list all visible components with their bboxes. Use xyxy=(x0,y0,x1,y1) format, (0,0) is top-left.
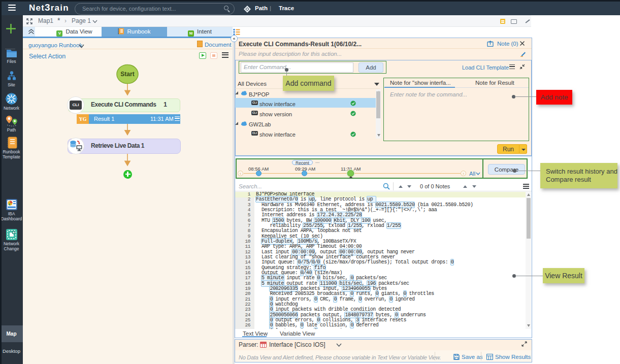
svg-text:Start: Start xyxy=(120,71,134,78)
